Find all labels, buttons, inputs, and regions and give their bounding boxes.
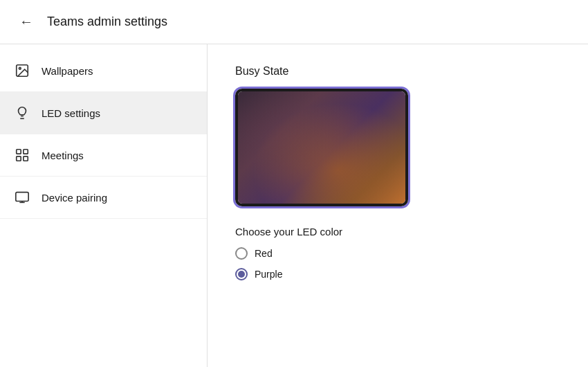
grid-icon bbox=[14, 147, 30, 163]
radio-label-purple: Purple bbox=[255, 269, 282, 280]
radio-red[interactable] bbox=[235, 247, 248, 260]
tablet-preview bbox=[235, 89, 408, 206]
svg-point-1 bbox=[19, 67, 21, 69]
back-button[interactable]: ← bbox=[14, 10, 39, 35]
back-arrow-icon: ← bbox=[19, 14, 33, 30]
svg-rect-5 bbox=[24, 156, 28, 161]
monitor-icon bbox=[14, 189, 30, 206]
sidebar-item-device-pairing[interactable]: Device pairing bbox=[0, 177, 207, 219]
led-color-options: Red Purple bbox=[235, 247, 560, 280]
radio-label-red: Red bbox=[255, 248, 273, 259]
sidebar-label-wallpapers: Wallpapers bbox=[42, 65, 93, 77]
sidebar-label-meetings: Meetings bbox=[42, 150, 84, 161]
radio-option-purple[interactable]: Purple bbox=[235, 268, 560, 280]
image-icon bbox=[14, 62, 30, 79]
main-content: Busy State Choose your LED color Red Pur… bbox=[208, 44, 588, 367]
bulb-icon bbox=[14, 105, 30, 121]
page-title: Teams admin settings bbox=[47, 15, 167, 29]
sidebar-label-led-settings: LED settings bbox=[42, 107, 100, 119]
tablet-screen bbox=[238, 91, 405, 204]
sidebar-item-led-settings[interactable]: LED settings bbox=[0, 92, 207, 134]
sidebar-label-device-pairing: Device pairing bbox=[42, 192, 107, 204]
svg-rect-2 bbox=[17, 150, 21, 154]
led-color-label: Choose your LED color bbox=[235, 226, 560, 238]
svg-rect-4 bbox=[17, 156, 21, 161]
busy-state-label: Busy State bbox=[235, 65, 560, 78]
radio-purple[interactable] bbox=[235, 268, 248, 280]
radio-option-red[interactable]: Red bbox=[235, 247, 560, 260]
app-layout: Wallpapers LED settings M bbox=[0, 44, 588, 367]
svg-rect-6 bbox=[16, 193, 28, 202]
sidebar: Wallpapers LED settings M bbox=[0, 44, 208, 367]
tablet-frame bbox=[235, 89, 408, 206]
sidebar-item-meetings[interactable]: Meetings bbox=[0, 134, 207, 177]
header: ← Teams admin settings bbox=[0, 0, 588, 44]
svg-rect-3 bbox=[24, 150, 28, 154]
sidebar-item-wallpapers[interactable]: Wallpapers bbox=[0, 50, 207, 92]
